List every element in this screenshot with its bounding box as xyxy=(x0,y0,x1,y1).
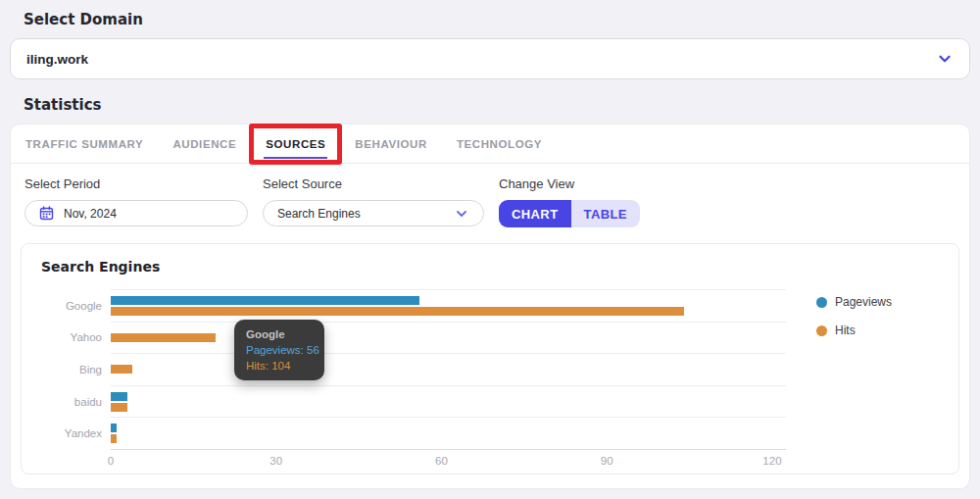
hits-bar[interactable] xyxy=(111,403,127,412)
chart-view-button[interactable]: CHART xyxy=(499,200,571,227)
domain-select-value: iling.work xyxy=(26,52,88,67)
chart-legend: PageviewsHits xyxy=(816,295,892,337)
statistics-heading: Statistics xyxy=(24,96,970,114)
filter-row: Select Period xyxy=(11,164,969,241)
tab-label: SOURCES xyxy=(266,138,325,150)
x-tick-label: 30 xyxy=(270,455,282,467)
category-label: Yahoo xyxy=(24,331,102,343)
domain-select[interactable]: iling.work xyxy=(10,38,970,79)
table-view-button[interactable]: TABLE xyxy=(571,200,640,227)
tooltip-category: Google xyxy=(246,328,313,340)
category-label: Yandex xyxy=(24,427,102,439)
tab-sources[interactable]: SOURCES xyxy=(251,125,340,163)
tab-traffic-summary[interactable]: TRAFFIC SUMMARY xyxy=(11,125,158,163)
hits-bar[interactable] xyxy=(111,434,117,443)
hits-bar[interactable] xyxy=(111,333,216,342)
tab-technology[interactable]: TECHNOLOGY xyxy=(442,125,557,163)
period-input[interactable]: Nov, 2024 xyxy=(24,200,248,226)
tooltip-line-hits: Hits: 104 xyxy=(246,360,313,372)
tab-audience[interactable]: AUDIENCE xyxy=(158,125,251,163)
chart-row-yandex: Yandex xyxy=(111,418,786,450)
chart-row-baidu: baidu xyxy=(111,386,786,419)
chart-row-yahoo: Yahoo xyxy=(111,323,786,355)
chart-x-axis: 0306090120 xyxy=(111,455,786,471)
legend-item-pageviews[interactable]: Pageviews xyxy=(816,295,892,309)
pageviews-bar[interactable] xyxy=(111,392,127,401)
legend-label: Hits xyxy=(835,324,856,337)
tab-label: BEHAVIOUR xyxy=(355,138,427,150)
tab-label: TRAFFIC SUMMARY xyxy=(25,138,143,150)
chart-row-bing: Bing xyxy=(111,354,786,386)
chart-row-google: Google xyxy=(111,290,786,323)
legend-dot xyxy=(816,325,827,336)
tab-behaviour[interactable]: BEHAVIOUR xyxy=(340,125,442,163)
category-label: Bing xyxy=(24,364,102,375)
x-tick-label: 120 xyxy=(762,455,781,467)
source-select[interactable]: Search Engines xyxy=(263,200,484,226)
select-domain-heading: Select Domain xyxy=(24,11,970,28)
x-tick-label: 90 xyxy=(601,455,613,467)
chevron-down-icon xyxy=(454,206,469,222)
legend-label: Pageviews xyxy=(835,295,892,309)
x-tick-label: 0 xyxy=(108,455,114,467)
pageviews-bar[interactable] xyxy=(111,424,117,432)
source-filter-group: Select Source Search Engines xyxy=(263,176,484,227)
period-value: Nov, 2024 xyxy=(64,207,117,221)
chevron-down-icon xyxy=(936,50,954,68)
change-view-label: Change View xyxy=(499,176,640,191)
chart-plot-area: GoogleYahooBingbaiduYandex xyxy=(111,289,786,450)
calendar-icon xyxy=(39,206,54,221)
pageviews-bar[interactable] xyxy=(111,296,419,305)
view-toggle: CHART TABLE xyxy=(499,200,640,227)
category-label: Google xyxy=(24,300,102,312)
legend-item-hits[interactable]: Hits xyxy=(816,324,892,337)
statistics-panel: TRAFFIC SUMMARYAUDIENCESOURCESBEHAVIOURT… xyxy=(10,124,970,489)
tab-label: AUDIENCE xyxy=(172,138,236,150)
chart-title: Search Engines xyxy=(41,259,958,274)
legend-dot xyxy=(816,297,827,308)
select-source-label: Select Source xyxy=(263,176,484,191)
tooltip-line-pageviews: Pageviews: 56 xyxy=(246,344,313,356)
period-filter-group: Select Period xyxy=(24,176,248,227)
x-tick-label: 60 xyxy=(435,455,448,467)
hits-bar[interactable] xyxy=(111,365,132,374)
select-period-label: Select Period xyxy=(24,176,248,191)
chart-card: Search Engines GoogleYahooBingbaiduYande… xyxy=(21,243,959,474)
chart-tooltip: Google Pageviews: 56Hits: 104 xyxy=(234,320,324,380)
category-label: baidu xyxy=(24,396,102,408)
tab-label: TECHNOLOGY xyxy=(457,138,542,150)
tab-bar: TRAFFIC SUMMARYAUDIENCESOURCESBEHAVIOURT… xyxy=(11,125,969,164)
view-filter-group: Change View CHART TABLE xyxy=(499,176,640,227)
active-tab-underline xyxy=(264,157,327,159)
analytics-page: Select Domain iling.work Statistics TRAF… xyxy=(0,0,980,499)
hits-bar[interactable] xyxy=(111,307,684,316)
source-select-value: Search Engines xyxy=(277,207,361,221)
